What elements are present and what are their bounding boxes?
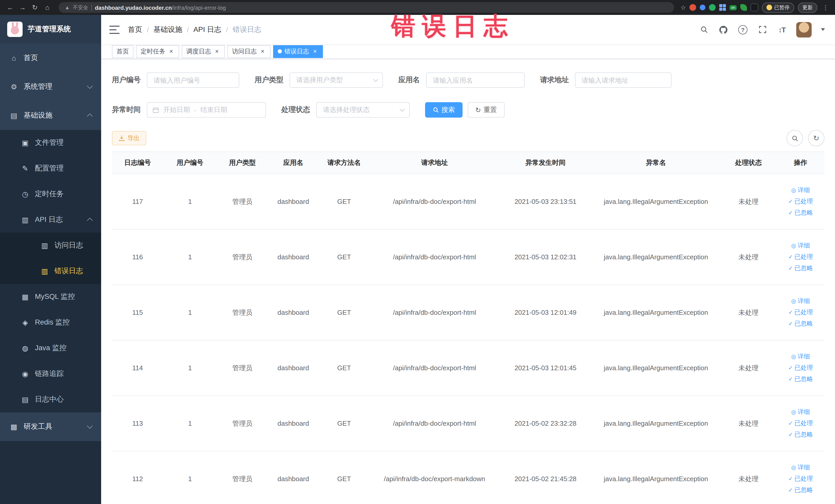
detail-link[interactable]: ◎详细 (791, 352, 810, 361)
check-icon: ✓ (788, 376, 793, 383)
sidebar-item-error-log[interactable]: ▥ 错误日志 (0, 258, 101, 284)
close-icon[interactable]: × (168, 48, 175, 55)
sidebar-item-mysql-monitor[interactable]: ▦ MySQL 监控 (0, 284, 101, 310)
mark-processed-link[interactable]: ✓已处理 (788, 253, 813, 261)
update-button[interactable]: 更新 (798, 2, 817, 13)
table-row: 116 1 管理员 dashboard GET /api/infra/db-do… (112, 229, 824, 285)
extension-icon-leaf[interactable] (740, 4, 747, 11)
col-app-name: 应用名 (268, 152, 318, 174)
reset-button[interactable]: ↻ 重置 (468, 102, 505, 118)
detail-link[interactable]: ◎详细 (791, 186, 810, 195)
sidebar-item-scheduled-tasks[interactable]: ◷ 定时任务 (0, 181, 101, 207)
tab-scheduled-tasks[interactable]: 定时任务× (136, 45, 179, 58)
search-icon[interactable] (699, 24, 709, 35)
detail-link[interactable]: ◎详细 (791, 297, 810, 305)
browser-menu-icon[interactable]: ⋮ (821, 4, 830, 11)
sidebar-item-config-management[interactable]: ✎ 配置管理 (0, 156, 101, 181)
fullscreen-icon[interactable] (757, 24, 768, 35)
sidebar-item-access-log[interactable]: ▥ 访问日志 (0, 233, 101, 258)
extension-icon-dark[interactable] (751, 4, 758, 11)
extension-on-badge[interactable]: on (730, 5, 737, 10)
tab-error-log[interactable]: 错误日志× (273, 45, 323, 58)
tab-home[interactable]: 首页 (112, 45, 134, 58)
extension-icon-blue[interactable] (700, 5, 705, 10)
cell-request-url: /api/infra/db-doc/export-markdown (370, 451, 499, 504)
mark-processed-link[interactable]: ✓已处理 (788, 475, 813, 483)
tab-job-log[interactable]: 调度日志× (182, 45, 225, 58)
process-status-select[interactable]: 请选择处理状态 (316, 102, 410, 118)
request-url-input[interactable] (575, 73, 672, 88)
sidebar-item-file-management[interactable]: ▣ 文件管理 (0, 130, 101, 156)
view-icon: ◎ (791, 298, 796, 304)
sidebar-item-home[interactable]: ⌂ 首页 (0, 44, 101, 73)
github-icon[interactable] (718, 24, 729, 35)
cell-request-url: /api/infra/db-doc/export-html (370, 229, 499, 285)
sidebar-item-log-center[interactable]: ▤ 日志中心 (0, 387, 101, 412)
database-icon: ▦ (20, 293, 31, 301)
back-icon[interactable]: ← (5, 2, 15, 13)
breadcrumb-api-log[interactable]: API 日志 (194, 25, 222, 34)
view-icon: ◎ (791, 242, 796, 249)
mark-processed-link[interactable]: ✓已处理 (788, 197, 813, 206)
avatar[interactable] (796, 22, 812, 37)
paused-badge[interactable]: 已暂停 (762, 2, 794, 13)
address-bar[interactable]: ▲ 不安全 dashboard.yudao.iocoder.cn/infra/l… (59, 2, 674, 13)
caret-down-icon[interactable] (821, 28, 825, 31)
divider (91, 4, 92, 11)
help-icon[interactable]: ? (738, 24, 748, 35)
cell-method: GET (319, 229, 370, 285)
detail-link[interactable]: ◎详细 (791, 241, 810, 250)
detail-link[interactable]: ◎详细 (791, 463, 810, 472)
extension-icon-green[interactable] (709, 4, 716, 11)
sidebar-item-java-monitor[interactable]: ◍ Java 监控 (0, 335, 101, 361)
mark-ignored-link[interactable]: ✓已忽略 (788, 486, 813, 495)
url-text: dashboard.yudao.iocoder.cn/infra/log/api… (95, 4, 226, 11)
extension-icon-grid[interactable] (719, 4, 726, 11)
check-icon: ✓ (788, 254, 793, 260)
mark-ignored-link[interactable]: ✓已忽略 (788, 319, 813, 328)
sidebar-item-redis-monitor[interactable]: ◈ Redis 监控 (0, 310, 101, 335)
tab-access-log[interactable]: 访问日志× (227, 45, 270, 58)
breadcrumb-home[interactable]: 首页 (128, 25, 142, 34)
hamburger-icon[interactable] (109, 25, 120, 34)
mark-ignored-link[interactable]: ✓已忽略 (788, 375, 813, 384)
sidebar-item-dev-tools[interactable]: ▩ 研发工具 (0, 412, 101, 441)
date-range-picker[interactable]: 开始日期 - 结束日期 (147, 102, 266, 118)
export-button[interactable]: 导出 (112, 131, 146, 145)
cell-actions: ◎详细 ✓已处理 ✓已忽略 (777, 174, 824, 229)
mark-processed-link[interactable]: ✓已处理 (788, 364, 813, 372)
sidebar-item-link-tracing[interactable]: ◉ 链路追踪 (0, 361, 101, 387)
bookmark-star-icon[interactable]: ☆ (680, 4, 686, 11)
search-button[interactable]: 搜索 (425, 102, 463, 118)
mark-processed-link[interactable]: ✓已处理 (788, 308, 813, 317)
extension-icon-red[interactable] (690, 4, 696, 11)
detail-link[interactable]: ◎详细 (791, 408, 810, 417)
user-type-select[interactable]: 请选择用户类型 (289, 73, 383, 88)
forward-icon[interactable]: → (18, 2, 28, 13)
refresh-button[interactable]: ↻ (808, 130, 824, 146)
close-icon[interactable]: × (259, 48, 266, 55)
sidebar-item-infrastructure[interactable]: ▤ 基础设施 (0, 101, 101, 130)
cell-log-id: 114 (112, 340, 163, 396)
mark-processed-link[interactable]: ✓已处理 (788, 419, 813, 428)
warning-icon: ▲ (65, 5, 70, 10)
user-id-input[interactable] (147, 73, 239, 88)
mark-ignored-link[interactable]: ✓已忽略 (788, 208, 813, 217)
breadcrumb-error-log: 错误日志 (232, 25, 261, 34)
mark-ignored-link[interactable]: ✓已忽略 (788, 430, 813, 439)
mark-ignored-link[interactable]: ✓已忽略 (788, 264, 813, 273)
cell-app-name: dashboard (268, 285, 318, 340)
search-toggle-button[interactable] (787, 130, 803, 146)
close-icon[interactable]: × (213, 48, 220, 55)
app-logo[interactable]: 芋道管理系统 (0, 15, 101, 44)
close-icon[interactable]: × (312, 48, 318, 55)
cell-exception-name: java.lang.IllegalArgumentException (592, 340, 720, 396)
home-icon[interactable]: ⌂ (42, 2, 53, 13)
app-name-input[interactable] (426, 73, 525, 88)
sidebar-item-system-management[interactable]: ⚙ 系统管理 (0, 73, 101, 101)
filter-row-2: 异常时间 开始日期 - 结束日期 处理状态 请选择处理状态 (112, 102, 824, 118)
sidebar-item-api-log[interactable]: ▥ API 日志 (0, 207, 101, 233)
reload-icon[interactable]: ↻ (30, 2, 40, 13)
font-size-icon[interactable]: ↕T (777, 24, 787, 35)
breadcrumb-infrastructure[interactable]: 基础设施 (154, 25, 182, 34)
